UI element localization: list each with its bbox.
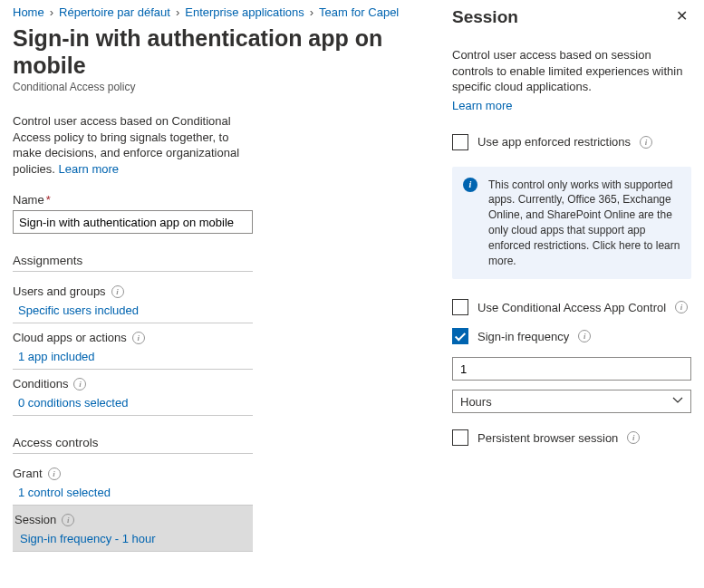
name-input[interactable] — [13, 210, 253, 234]
name-label: Name* — [13, 193, 253, 207]
page-subtitle: Conditional Access policy — [13, 81, 438, 93]
session-value[interactable]: Sign-in frequency - 1 hour — [14, 532, 253, 545]
breadcrumb-item[interactable]: Enterprise applications — [185, 5, 304, 19]
panel-description: Control user access based on session con… — [452, 47, 691, 95]
cloud-apps-label: Cloud apps or actions — [13, 331, 127, 344]
grant-row[interactable]: Grant i 1 control selected — [13, 459, 253, 506]
signin-frequency-check[interactable]: Sign-in frequency i — [452, 328, 691, 344]
checkbox-label: Use app enforced restrictions — [477, 135, 631, 149]
info-icon[interactable]: i — [73, 378, 86, 390]
chevron-right-icon: › — [310, 5, 313, 19]
chevron-right-icon: › — [50, 5, 53, 19]
checkbox-label: Sign-in frequency — [477, 330, 569, 343]
close-icon[interactable]: ✕ — [672, 7, 691, 25]
name-label-text: Name — [13, 193, 44, 207]
checkbox-label: Persistent browser session — [477, 431, 618, 445]
breadcrumb-item[interactable]: Répertoire par défaut — [59, 5, 170, 19]
chevron-right-icon: › — [176, 5, 179, 19]
grant-label: Grant — [13, 467, 43, 480]
checkbox[interactable] — [452, 299, 468, 315]
intro-text: Control user access based on Conditional… — [13, 113, 248, 177]
learn-more-link[interactable]: Learn more — [59, 162, 119, 176]
conditions-row[interactable]: Conditions i 0 conditions selected — [13, 370, 253, 416]
learn-more-link[interactable]: Learn more — [452, 99, 512, 112]
persistent-browser-session-check[interactable]: Persistent browser session i — [452, 429, 691, 446]
breadcrumb-item[interactable]: Team for Capel — [319, 5, 399, 19]
info-callout[interactable]: i This control only works with supported… — [452, 167, 691, 280]
breadcrumb-item[interactable]: Home — [13, 5, 44, 19]
users-and-groups-row[interactable]: Users and groups i Specific users includ… — [13, 277, 253, 323]
info-icon[interactable]: i — [48, 468, 61, 480]
session-label: Session — [14, 513, 56, 526]
app-enforced-restrictions-check[interactable]: Use app enforced restrictions i — [452, 134, 691, 150]
signin-frequency-value-input[interactable] — [452, 357, 691, 381]
info-icon[interactable]: i — [627, 431, 640, 444]
signin-frequency-unit-select[interactable]: Hours — [452, 390, 691, 413]
select-value: Hours — [460, 395, 492, 409]
panel-title: Session — [452, 7, 518, 27]
conditions-label: Conditions — [13, 377, 68, 390]
users-and-groups-value[interactable]: Specific users included — [13, 304, 253, 317]
info-icon[interactable]: i — [640, 136, 652, 149]
checkbox[interactable] — [452, 429, 468, 446]
cloud-apps-row[interactable]: Cloud apps or actions i 1 app included — [13, 323, 253, 370]
users-and-groups-label: Users and groups — [13, 284, 106, 298]
assignments-heading: Assignments — [13, 254, 253, 272]
info-callout-text: This control only works with supported a… — [488, 178, 680, 267]
info-icon: i — [463, 178, 477, 192]
page-title: Sign-in with authentication app on mobil… — [13, 24, 438, 79]
access-controls-heading: Access controls — [13, 436, 253, 454]
conditions-value[interactable]: 0 conditions selected — [13, 396, 253, 410]
info-icon[interactable]: i — [675, 301, 688, 313]
checkbox-label: Use Conditional Access App Control — [477, 301, 666, 314]
info-icon[interactable]: i — [62, 514, 74, 526]
info-icon[interactable]: i — [111, 285, 124, 298]
chevron-down-icon — [672, 395, 683, 409]
checkbox[interactable] — [452, 328, 468, 344]
required-asterisk: * — [46, 193, 51, 207]
checkbox[interactable] — [452, 134, 468, 150]
breadcrumb: Home › Répertoire par défaut › Enterpris… — [13, 5, 438, 19]
info-icon[interactable]: i — [578, 330, 591, 342]
grant-value[interactable]: 1 control selected — [13, 486, 253, 499]
info-icon[interactable]: i — [132, 332, 145, 344]
intro-text-body: Control user access based on Conditional… — [13, 114, 239, 176]
conditional-access-app-control-check[interactable]: Use Conditional Access App Control i — [452, 299, 691, 315]
session-row[interactable]: Session i Sign-in frequency - 1 hour — [13, 506, 253, 552]
cloud-apps-value[interactable]: 1 app included — [13, 350, 253, 363]
